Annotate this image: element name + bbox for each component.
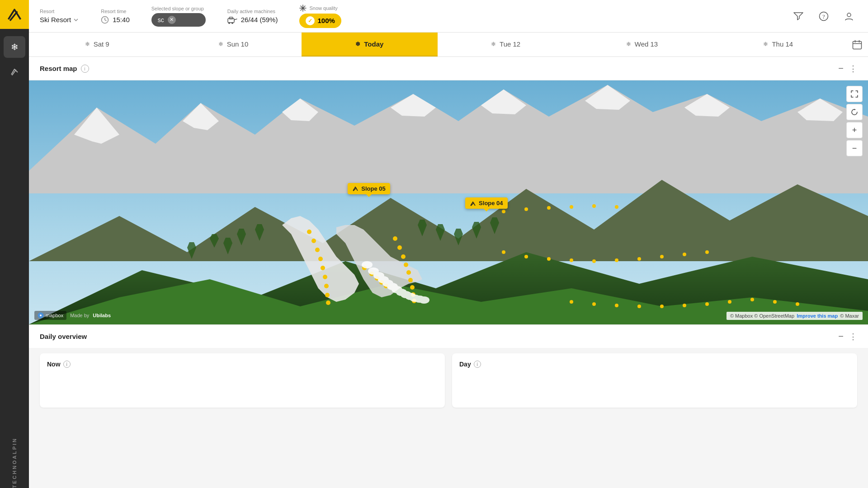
svg-point-46	[324, 284, 329, 288]
tab-tue12[interactable]: ❄ Tue 12	[438, 33, 574, 56]
svg-line-7	[234, 19, 237, 20]
resort-map-container[interactable]: Slope 05 Slope 04	[29, 80, 868, 324]
snowflake-thu14: ❄	[763, 41, 768, 47]
mapbox-label: mapbox	[46, 313, 63, 318]
slope05-name: Slope 05	[361, 185, 385, 192]
resort-time-field: Resort time 15:40	[101, 9, 130, 24]
tab-sun10-label: Sun 10	[227, 40, 249, 48]
svg-point-72	[683, 253, 686, 256]
resort-label: Resort	[40, 9, 79, 14]
svg-point-62	[592, 204, 596, 208]
tab-tue12-label: Tue 12	[500, 40, 520, 48]
tab-sun10[interactable]: ❄ Sun 10	[165, 33, 301, 56]
svg-point-80	[705, 302, 709, 306]
zoom-out-button[interactable]: −	[846, 140, 863, 156]
map-svg	[29, 80, 868, 324]
resort-dropdown[interactable]: Ski Resort	[40, 16, 79, 23]
zoom-out-icon: −	[852, 144, 857, 153]
svg-point-48	[326, 300, 330, 305]
svg-point-82	[750, 298, 754, 301]
now-info-icon[interactable]: i	[63, 361, 71, 368]
tab-thu14-label: Thu 14	[772, 40, 793, 48]
svg-point-106	[40, 314, 42, 316]
resort-map-more[interactable]: ⋮	[849, 64, 857, 74]
svg-point-77	[637, 305, 641, 308]
svg-rect-4	[229, 17, 233, 19]
tab-sat9-label: Sat 9	[94, 40, 109, 48]
fullscreen-button[interactable]	[846, 86, 863, 102]
daily-more[interactable]: ⋮	[849, 332, 857, 342]
map-attribution-left: mapbox Made by Ubilabs	[34, 311, 111, 320]
snow-quality-badge: ✓ 100%	[299, 14, 341, 28]
tab-thu14[interactable]: ❄ Thu 14	[710, 33, 846, 56]
slope04-icon	[470, 200, 476, 206]
slope05-label[interactable]: Slope 05	[348, 183, 390, 194]
day-card-title: Day i	[459, 361, 850, 368]
slope-clear-button[interactable]: ✕	[168, 16, 176, 24]
daily-minimize[interactable]: −	[838, 331, 844, 342]
calendar-icon	[852, 40, 862, 50]
fullscreen-icon	[851, 90, 858, 98]
daily-overview-actions: − ⋮	[838, 331, 857, 342]
svg-point-74	[570, 300, 573, 304]
slope-selected-value: sc	[158, 16, 164, 23]
svg-point-53	[406, 270, 411, 275]
sidebar-navigation: ❄	[4, 29, 25, 428]
svg-point-102	[419, 296, 429, 304]
time-value: 15:40	[101, 16, 130, 24]
tab-today[interactable]: ❄ Today	[302, 33, 438, 56]
svg-point-63	[615, 205, 618, 209]
slope-selector-field: Selected slope or group sc ✕	[151, 6, 206, 27]
day-info-icon[interactable]: i	[474, 361, 481, 368]
svg-point-47	[325, 293, 330, 297]
svg-point-84	[796, 302, 799, 306]
tab-wed13[interactable]: ❄ Wed 13	[574, 33, 710, 56]
sidebar: ❄ TECHNOALPIN	[0, 0, 29, 488]
zoom-in-button[interactable]: +	[846, 122, 863, 138]
svg-point-41	[311, 239, 316, 243]
resort-map-minimize[interactable]: −	[838, 63, 844, 74]
day-label: Day	[459, 361, 471, 368]
sidebar-item-slope[interactable]	[4, 61, 25, 83]
resort-map-info[interactable]: i	[81, 65, 89, 73]
svg-point-83	[773, 300, 777, 304]
calendar-button[interactable]	[846, 33, 868, 56]
svg-point-10	[847, 13, 851, 17]
tab-sat9[interactable]: ❄ Sat 9	[29, 33, 165, 56]
slope04-label[interactable]: Slope 04	[465, 197, 507, 209]
sidebar-logo	[0, 0, 29, 29]
time-display: 15:40	[113, 16, 130, 23]
now-label: Now	[47, 361, 61, 368]
svg-rect-11	[853, 41, 861, 49]
improve-map-link[interactable]: Improve this map	[797, 313, 838, 319]
svg-point-59	[524, 207, 528, 211]
svg-point-5	[228, 22, 230, 24]
refresh-button[interactable]	[846, 104, 863, 120]
sections: Resort map i − ⋮	[29, 57, 868, 488]
attribution-text: © Mapbox © OpenStreetMap	[730, 313, 794, 319]
svg-point-68	[592, 259, 596, 263]
madeby-brand: Ubilabs	[93, 313, 111, 318]
machine-icon	[227, 16, 237, 24]
snowflake-tue12: ❄	[491, 41, 496, 47]
snow-quality-icon	[299, 5, 307, 12]
svg-point-70	[637, 257, 641, 261]
mapbox-logo: mapbox	[34, 311, 66, 320]
day-tabs: ❄ Sat 9 ❄ Sun 10 ❄ Today ❄ Tue 12 ❄ Wed …	[29, 33, 868, 57]
resort-field: Resort Ski Resort	[40, 9, 79, 23]
svg-point-52	[404, 263, 408, 267]
sidebar-item-snow[interactable]: ❄	[4, 36, 25, 58]
slope-selector[interactable]: sc ✕	[151, 13, 206, 27]
svg-point-71	[660, 255, 664, 258]
help-button[interactable]: ?	[816, 8, 832, 24]
snowflake-wed13: ❄	[626, 41, 631, 47]
svg-point-78	[660, 305, 664, 308]
svg-point-55	[410, 285, 415, 290]
filter-button[interactable]	[790, 8, 807, 24]
svg-point-44	[321, 266, 325, 270]
svg-point-64	[502, 250, 505, 254]
machines-count: 26/44 (59%)	[241, 16, 278, 23]
user-button[interactable]	[841, 8, 857, 24]
svg-point-66	[547, 257, 551, 261]
svg-point-51	[401, 254, 406, 259]
